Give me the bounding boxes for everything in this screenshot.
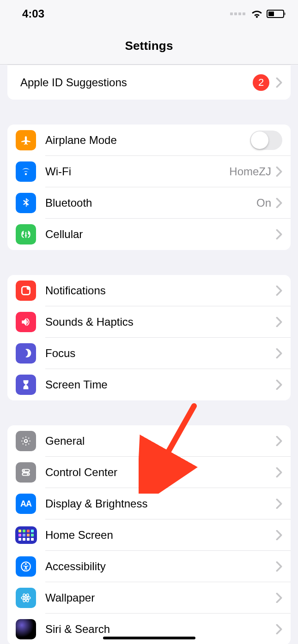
row-label: Focus	[45, 347, 276, 360]
svg-point-4	[24, 470, 25, 471]
chevron-right-icon	[276, 78, 282, 88]
siri-icon	[16, 619, 36, 639]
row-label: Notifications	[45, 284, 276, 297]
chevron-right-icon	[276, 593, 282, 603]
row-label: Airplane Mode	[45, 134, 250, 147]
status-time: 4:03	[22, 7, 44, 20]
chevron-right-icon	[276, 198, 282, 208]
svg-point-1	[27, 286, 30, 290]
sounds-icon	[16, 312, 36, 332]
page-title: Settings	[0, 39, 298, 53]
chevron-right-icon	[276, 467, 282, 477]
svg-point-8	[25, 563, 27, 565]
row-label: Sounds & Haptics	[45, 316, 276, 328]
chevron-right-icon	[276, 229, 282, 239]
chevron-right-icon	[276, 317, 282, 327]
group-connectivity: Airplane Mode Wi-Fi HomeZJ Bluetooth On	[7, 125, 291, 250]
svg-point-2	[24, 440, 28, 443]
chevron-right-icon	[276, 167, 282, 177]
row-notifications[interactable]: Notifications	[7, 275, 291, 306]
row-label: Wallpaper	[45, 591, 276, 604]
battery-icon	[267, 10, 284, 18]
row-control-center[interactable]: Control Center	[7, 457, 291, 488]
chevron-right-icon	[276, 561, 282, 572]
badge-count: 2	[253, 74, 269, 91]
header: Settings	[0, 28, 298, 65]
cellular-signal-icon	[230, 12, 245, 15]
row-value: HomeZJ	[229, 165, 271, 178]
row-siri-search[interactable]: Siri & Search	[7, 614, 291, 644]
row-label: Apple ID Suggestions	[20, 76, 253, 89]
screentime-icon	[16, 375, 36, 395]
cellular-icon	[16, 224, 36, 244]
accessibility-icon	[16, 556, 36, 577]
chevron-right-icon	[276, 436, 282, 446]
home-screen-icon	[16, 525, 36, 545]
row-airplane-mode[interactable]: Airplane Mode	[7, 125, 291, 156]
row-display-brightness[interactable]: AA Display & Brightness	[7, 488, 291, 519]
row-bluetooth[interactable]: Bluetooth On	[7, 187, 291, 219]
wifi-icon	[251, 9, 263, 18]
row-label: Wi-Fi	[45, 165, 229, 178]
control-center-icon	[16, 462, 36, 483]
wallpaper-icon	[16, 588, 36, 608]
focus-icon	[16, 343, 36, 364]
general-icon	[16, 431, 36, 451]
row-sounds[interactable]: Sounds & Haptics	[7, 306, 291, 338]
row-label: Bluetooth	[45, 197, 256, 209]
chevron-right-icon	[276, 499, 282, 509]
settings-list[interactable]: Apple ID Suggestions 2 Airplane Mode Wi-…	[0, 65, 298, 644]
chevron-right-icon	[276, 530, 282, 540]
notifications-icon	[16, 280, 36, 301]
row-label: Home Screen	[45, 529, 276, 542]
row-value: On	[256, 197, 271, 209]
row-accessibility[interactable]: Accessibility	[7, 551, 291, 582]
row-home-screen[interactable]: Home Screen	[7, 519, 291, 551]
row-label: Control Center	[45, 466, 276, 479]
row-label: Display & Brightness	[45, 497, 276, 510]
svg-point-6	[27, 473, 28, 475]
chevron-right-icon	[276, 348, 282, 358]
row-label: Accessibility	[45, 560, 276, 573]
bluetooth-icon	[16, 193, 36, 213]
airplane-toggle[interactable]	[250, 131, 282, 150]
chevron-right-icon	[276, 380, 282, 390]
row-label: Screen Time	[45, 378, 276, 391]
row-general[interactable]: General	[7, 425, 291, 457]
svg-point-9	[25, 597, 27, 599]
row-wifi[interactable]: Wi-Fi HomeZJ	[7, 156, 291, 187]
display-icon: AA	[16, 494, 36, 514]
group-general: General Control Center AA Display & Brig…	[7, 425, 291, 644]
row-apple-id-suggestions[interactable]: Apple ID Suggestions 2	[7, 65, 291, 100]
row-label: General	[45, 435, 276, 447]
group-notifications: Notifications Sounds & Haptics Focus Scr…	[7, 275, 291, 400]
group-apple-id: Apple ID Suggestions 2	[7, 65, 291, 100]
row-wallpaper[interactable]: Wallpaper	[7, 582, 291, 614]
airplane-icon	[16, 130, 36, 150]
chevron-right-icon	[276, 624, 282, 634]
row-cellular[interactable]: Cellular	[7, 219, 291, 250]
chevron-right-icon	[276, 286, 282, 296]
home-indicator[interactable]	[103, 637, 195, 639]
status-right	[230, 9, 284, 18]
row-label: Cellular	[45, 228, 276, 241]
row-screen-time[interactable]: Screen Time	[7, 369, 291, 400]
row-label: Siri & Search	[45, 623, 276, 636]
status-bar: 4:03	[0, 0, 298, 28]
wifi-settings-icon	[16, 161, 36, 182]
row-focus[interactable]: Focus	[7, 338, 291, 369]
